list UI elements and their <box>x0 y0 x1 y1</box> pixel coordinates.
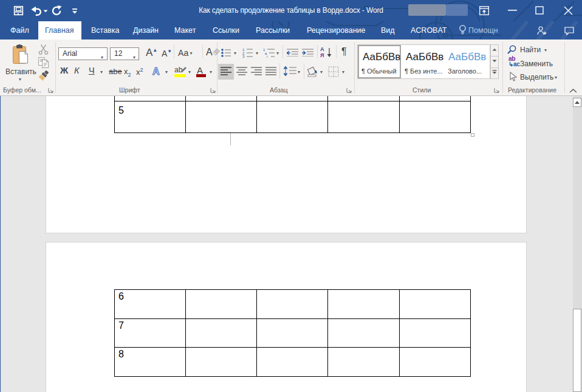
svg-text:А: А <box>152 66 160 77</box>
svg-text:i: i <box>267 55 267 58</box>
svg-text:3: 3 <box>242 55 245 58</box>
